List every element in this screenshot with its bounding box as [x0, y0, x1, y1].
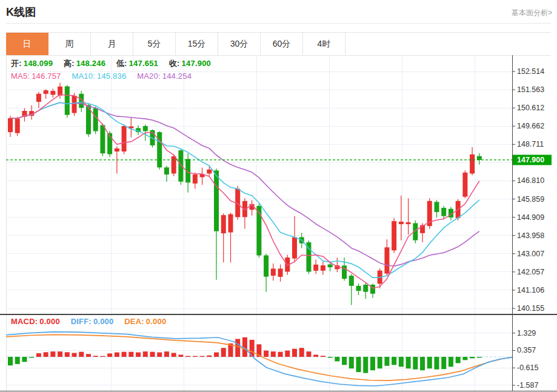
svg-text:143.007: 143.007 [517, 250, 544, 258]
svg-text:148.711: 148.711 [517, 140, 544, 148]
close-value: 147.900 [182, 59, 211, 68]
ma-lines [10, 95, 479, 288]
ma20-label: MA20: [137, 71, 161, 81]
svg-text:1.329: 1.329 [517, 329, 536, 337]
svg-text:146.810: 146.810 [517, 176, 544, 185]
macd-axis-labels: 1.3290.357-0.615-1.587 [512, 329, 538, 390]
ma5-label: MA5: [11, 71, 30, 81]
svg-text:145.859: 145.859 [517, 195, 544, 204]
macd-label: MACD: [11, 317, 38, 326]
macd-legend-row: MACD:0.000 DIFF:0.000 DEA:0.000 [11, 317, 168, 326]
ma10-value: 145.836 [97, 71, 126, 81]
svg-text:149.662: 149.662 [517, 122, 544, 130]
svg-text:143.958: 143.958 [517, 231, 544, 240]
low-label: 低: [116, 59, 127, 68]
macd-value: 0.000 [39, 317, 60, 326]
ma5-value: 146.757 [32, 71, 61, 81]
current-price-tag: 147.900 [513, 154, 552, 165]
svg-text:142.057: 142.057 [517, 268, 544, 276]
svg-text:-0.615: -0.615 [517, 364, 538, 372]
close-label: 收: [169, 59, 180, 68]
svg-text:-1.587: -1.587 [517, 381, 538, 390]
svg-text:152.514: 152.514 [517, 67, 544, 76]
ma10-label: MA10: [72, 71, 95, 81]
dea-label: DEA: [124, 317, 144, 326]
svg-text:144.909: 144.909 [517, 213, 544, 222]
diff-label: DIFF: [71, 317, 92, 326]
diff-value: 0.000 [93, 317, 114, 326]
svg-text:147.900: 147.900 [517, 156, 544, 164]
quote-row: 开:148.099 高:148.246 低:147.651 收:147.900 [11, 58, 213, 69]
price-axis-labels: 152.514151.563150.612149.662148.711146.8… [512, 67, 544, 313]
svg-text:151.563: 151.563 [517, 85, 544, 94]
open-label: 开: [11, 59, 22, 68]
high-value: 148.246 [76, 59, 105, 68]
low-value: 147.651 [129, 59, 158, 68]
ma20-value: 144.254 [162, 71, 192, 81]
high-label: 高: [64, 59, 75, 68]
svg-text:141.106: 141.106 [517, 286, 544, 294]
svg-text:0.357: 0.357 [517, 346, 536, 354]
svg-text:150.612: 150.612 [517, 104, 544, 112]
ma-legend-row: MA5:146.757 MA10:145.836 MA20:144.254 [11, 71, 193, 81]
dea-value: 0.000 [146, 317, 167, 326]
open-value: 148.099 [24, 59, 53, 68]
svg-text:140.155: 140.155 [517, 304, 544, 313]
